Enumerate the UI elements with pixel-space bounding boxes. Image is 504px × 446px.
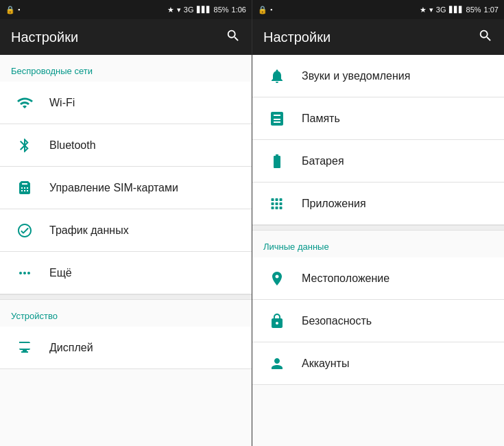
app-bar-right: Настройки	[252, 19, 504, 55]
svg-point-0	[24, 351, 25, 352]
settings-item-apps[interactable]: Приложения	[252, 183, 504, 225]
section-header-wireless: Беспроводные сети	[0, 55, 252, 82]
wifi-status-icon-right: ▾	[429, 5, 433, 14]
signal-label-right: 3G	[436, 5, 446, 14]
accounts-icon	[263, 355, 291, 372]
bluetooth-icon	[11, 137, 38, 154]
settings-list-right: Звуки и уведомления Память Батарея Прило…	[252, 55, 504, 446]
settings-item-battery[interactable]: Батарея	[252, 140, 504, 183]
battery-label-right: 85%	[466, 5, 481, 14]
bluetooth-label: Bluetooth	[49, 139, 241, 152]
sim-icon-right-status: ▪	[270, 6, 272, 13]
security-label: Безопасность	[302, 315, 493, 327]
status-bar-left-icons: 🔒 ▪	[5, 5, 20, 14]
section-header-device: Устройство	[0, 300, 252, 327]
left-panel: 🔒 ▪ ★ ▾ 3G ▋▋▋ 85% 1:06 Настройки Беспро…	[0, 0, 252, 446]
star-icon-right: ★	[420, 5, 427, 14]
app-bar-left: Настройки	[0, 19, 252, 55]
settings-item-display[interactable]: Дисплей	[0, 327, 252, 369]
settings-item-security[interactable]: Безопасность	[252, 300, 504, 342]
time-left: 1:06	[232, 5, 246, 14]
memory-label: Память	[302, 113, 493, 125]
sim-icon	[11, 180, 38, 196]
data-icon	[11, 222, 38, 239]
signal-bars-left: ▋▋▋	[197, 6, 211, 13]
settings-item-bluetooth[interactable]: Bluetooth	[0, 124, 252, 167]
section-divider-1	[0, 294, 252, 300]
settings-item-sounds[interactable]: Звуки и уведомления	[252, 55, 504, 97]
settings-item-location[interactable]: Местоположение	[252, 257, 504, 300]
battery-label-left: 85%	[214, 5, 229, 14]
settings-item-memory[interactable]: Память	[252, 97, 504, 140]
settings-item-more[interactable]: Ещё	[0, 252, 252, 294]
lock-icon-right: 🔒	[258, 5, 267, 14]
settings-title-left: Настройки	[11, 30, 78, 45]
more-icon	[11, 265, 38, 281]
settings-title-right: Настройки	[263, 30, 331, 45]
location-icon	[263, 270, 291, 287]
signal-bars-right: ▋▋▋	[449, 6, 464, 13]
status-bar-right: 🔒 ▪ ★ ▾ 3G ▋▋▋ 85% 1:07	[252, 0, 504, 19]
bell-icon	[263, 68, 291, 84]
search-button-left[interactable]	[226, 28, 241, 47]
signal-label-left: 3G	[184, 5, 194, 14]
settings-list-left: Беспроводные сети Wi-Fi Bluetooth Управл…	[0, 55, 252, 446]
apps-icon	[263, 196, 291, 212]
settings-item-sim[interactable]: Управление SIM-картами	[0, 167, 252, 209]
location-label: Местоположение	[302, 272, 493, 285]
status-bar-right-info: ★ ▾ 3G ▋▋▋ 85% 1:07	[420, 5, 499, 14]
display-icon	[11, 340, 38, 356]
lock-icon: 🔒	[5, 5, 15, 14]
settings-item-data[interactable]: Трафик данных	[0, 209, 252, 252]
battery-label: Батарея	[302, 155, 493, 167]
search-button-right[interactable]	[478, 28, 493, 47]
sim-icon-status: ▪	[18, 6, 20, 13]
sounds-label: Звуки и уведомления	[302, 70, 493, 82]
status-bar-left: 🔒 ▪ ★ ▾ 3G ▋▋▋ 85% 1:06	[0, 0, 252, 19]
section-divider-right	[252, 225, 504, 231]
apps-label: Приложения	[302, 198, 493, 210]
sim-label: Управление SIM-картами	[49, 182, 241, 194]
wifi-icon	[11, 95, 38, 111]
battery-icon	[263, 153, 291, 169]
status-bar-right-left-icons: 🔒 ▪	[258, 5, 272, 14]
time-right: 1:07	[484, 5, 499, 14]
data-label: Трафик данных	[49, 224, 241, 237]
status-bar-right-info: ★ ▾ 3G ▋▋▋ 85% 1:06	[167, 5, 246, 14]
memory-icon	[263, 110, 291, 127]
accounts-label: Аккаунты	[302, 357, 493, 370]
more-label: Ещё	[49, 267, 241, 279]
section-header-personal: Личные данные	[252, 231, 504, 257]
right-panel: 🔒 ▪ ★ ▾ 3G ▋▋▋ 85% 1:07 Настройки Звуки …	[252, 0, 504, 446]
security-icon	[263, 313, 291, 329]
settings-item-wifi[interactable]: Wi-Fi	[0, 82, 252, 124]
wifi-status-icon: ▾	[177, 5, 181, 14]
wifi-label: Wi-Fi	[49, 97, 241, 109]
display-label: Дисплей	[49, 342, 241, 354]
settings-item-accounts[interactable]: Аккаунты	[252, 342, 504, 385]
star-icon-left: ★	[167, 5, 174, 14]
